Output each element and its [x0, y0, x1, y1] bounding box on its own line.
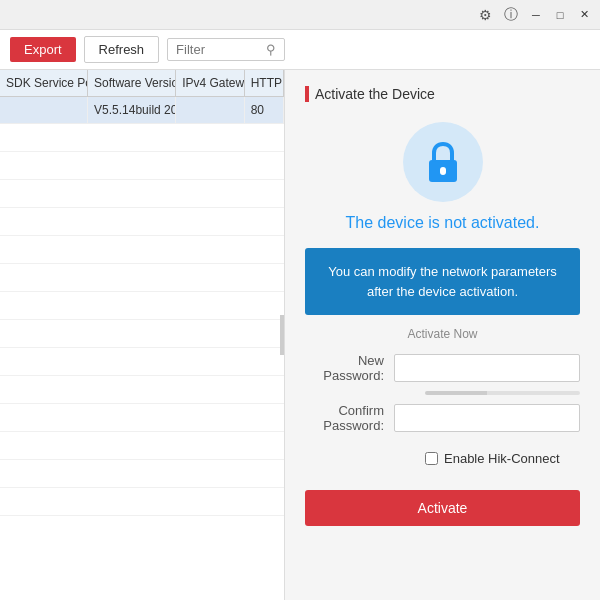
hikconnect-label[interactable]: Enable Hik-Connect [444, 451, 560, 466]
right-panel: Activate the Device The device is not ac… [285, 70, 600, 600]
panel-title: Activate the Device [305, 86, 580, 102]
col-header-sw: Software Version [88, 70, 176, 96]
new-password-input[interactable] [394, 354, 580, 382]
toolbar: Export Refresh ⚲ [0, 30, 600, 70]
collapse-arrow[interactable]: ▶ [280, 315, 285, 355]
empty-row [0, 320, 284, 348]
col-header-ipv4: IPv4 Gateway [176, 70, 245, 96]
empty-row [0, 404, 284, 432]
new-password-label: New Password: [305, 353, 394, 383]
empty-rows [0, 124, 284, 516]
info-icon[interactable]: ⓘ [502, 6, 520, 24]
table-row[interactable]: V5.5.14build 201... 80 [0, 97, 284, 124]
window-controls: ⚙ ⓘ ─ □ ✕ [476, 6, 592, 24]
empty-row [0, 460, 284, 488]
empty-row [0, 180, 284, 208]
cell-http: 80 [245, 97, 284, 123]
title-accent-bar [305, 86, 309, 102]
empty-row [0, 292, 284, 320]
cell-sw: V5.5.14build 201... [88, 97, 176, 123]
confirm-password-label: Confirm Password: [305, 403, 394, 433]
not-activated-text: The device is not activated. [346, 214, 540, 232]
cell-ipv4 [176, 97, 245, 123]
svg-rect-1 [440, 167, 446, 175]
settings-icon[interactable]: ⚙ [476, 6, 494, 24]
search-icon: ⚲ [266, 42, 276, 57]
filter-box: ⚲ [167, 38, 285, 61]
export-button[interactable]: Export [10, 37, 76, 62]
empty-row [0, 124, 284, 152]
hikconnect-row: Enable Hik-Connect [425, 451, 580, 466]
empty-row [0, 488, 284, 516]
empty-row [0, 236, 284, 264]
empty-row [0, 432, 284, 460]
info-box: You can modify the network parameters af… [305, 248, 580, 315]
col-header-sdk: SDK Service Port [0, 70, 88, 96]
confirm-password-row: Confirm Password: [305, 403, 580, 433]
table-header: SDK Service Port Software Version IPv4 G… [0, 70, 284, 97]
empty-row [0, 152, 284, 180]
new-password-row: New Password: [305, 353, 580, 383]
empty-row [0, 264, 284, 292]
refresh-button[interactable]: Refresh [84, 36, 160, 63]
close-button[interactable]: ✕ [576, 7, 592, 23]
activate-now-label: Activate Now [305, 327, 580, 341]
password-hint [425, 391, 580, 395]
activate-button[interactable]: Activate [305, 490, 580, 526]
minimize-button[interactable]: ─ [528, 7, 544, 23]
panel-title-text: Activate the Device [315, 86, 435, 102]
col-header-http: HTTP [245, 70, 284, 96]
title-bar: ⚙ ⓘ ─ □ ✕ [0, 0, 600, 30]
empty-row [0, 376, 284, 404]
lock-circle [403, 122, 483, 202]
empty-row [0, 208, 284, 236]
main-layout: SDK Service Port Software Version IPv4 G… [0, 70, 600, 600]
filter-input[interactable] [176, 42, 266, 57]
password-strength-bar [425, 391, 580, 395]
hikconnect-checkbox[interactable] [425, 452, 438, 465]
lock-area: The device is not activated. [305, 122, 580, 232]
lock-icon [425, 140, 461, 184]
confirm-password-input[interactable] [394, 404, 580, 432]
cell-sdk [0, 97, 88, 123]
empty-row [0, 348, 284, 376]
left-panel: SDK Service Port Software Version IPv4 G… [0, 70, 285, 600]
maximize-button[interactable]: □ [552, 7, 568, 23]
